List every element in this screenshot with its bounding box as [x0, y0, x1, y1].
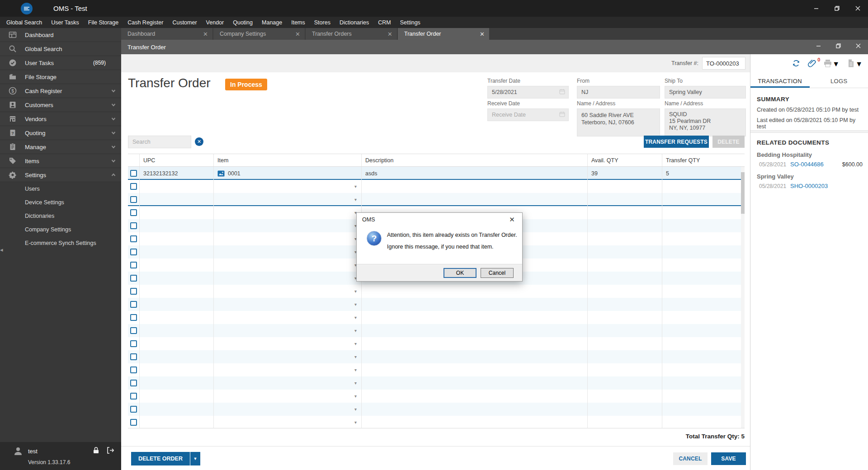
row-checkbox[interactable]: [130, 275, 137, 282]
item-cell[interactable]: ▾: [214, 363, 362, 376]
table-row-empty[interactable]: ▾: [128, 376, 745, 390]
transfer-qty-cell[interactable]: [662, 245, 745, 258]
row-checkbox[interactable]: [130, 301, 137, 308]
save-button[interactable]: SAVE: [711, 452, 746, 465]
related-doc-link[interactable]: SHO-0000203: [790, 183, 828, 189]
upc-cell[interactable]: [140, 219, 214, 232]
table-row-empty[interactable]: ▾: [128, 324, 745, 337]
sidebar-subitem-company-settings[interactable]: Company Settings: [0, 223, 121, 236]
row-checkbox[interactable]: [130, 288, 137, 295]
delete-order-dropdown-icon[interactable]: ▼: [190, 452, 200, 465]
table-row-empty[interactable]: ▾: [128, 403, 745, 416]
avail-qty-cell[interactable]: [588, 245, 662, 258]
description-cell[interactable]: [362, 416, 588, 428]
table-row-empty[interactable]: ▾: [128, 311, 745, 324]
sidebar-subitem-device-settings[interactable]: Device Settings: [0, 196, 121, 209]
receive-date-field[interactable]: Receive Date: [487, 108, 569, 121]
avail-qty-cell[interactable]: [588, 416, 662, 428]
row-checkbox[interactable]: [130, 367, 137, 373]
sidebar-collapse-icon[interactable]: ◂: [0, 246, 3, 253]
print-dropdown-icon[interactable]: ▼: [832, 60, 840, 68]
item-cell[interactable]: ▾: [214, 272, 362, 285]
row-checkbox[interactable]: [130, 170, 137, 177]
row-checkbox-cell[interactable]: [128, 180, 140, 193]
row-checkbox[interactable]: [130, 353, 137, 360]
sidebar-item-vendors[interactable]: Vendors: [0, 112, 121, 126]
item-dropdown-icon[interactable]: ▾: [354, 394, 357, 399]
sidebar-item-global-search[interactable]: Global Search: [0, 42, 121, 56]
related-doc-link[interactable]: SO-0044686: [790, 161, 824, 168]
sidebar-item-customers[interactable]: Customers: [0, 98, 121, 112]
upc-cell[interactable]: 32132132132: [140, 167, 214, 180]
upc-cell[interactable]: [140, 258, 214, 272]
row-checkbox-cell[interactable]: [128, 298, 140, 311]
tab-company-settings[interactable]: Company Settings✕: [213, 28, 305, 40]
avail-qty-cell[interactable]: 39: [588, 167, 662, 180]
ship-address-field[interactable]: SQUID 15 Pearlman DR NY, NY, 10977: [665, 108, 746, 136]
row-checkbox-cell[interactable]: [128, 285, 140, 298]
avail-qty-cell[interactable]: [588, 180, 662, 193]
upc-cell[interactable]: [140, 193, 214, 206]
upc-cell[interactable]: [140, 350, 214, 363]
row-checkbox-cell[interactable]: [128, 258, 140, 272]
tab-transfer-order[interactable]: Transfer Order✕: [398, 28, 489, 40]
transfer-qty-cell[interactable]: [662, 390, 745, 403]
transfer-qty-cell[interactable]: [662, 219, 745, 232]
print-button[interactable]: ▼: [823, 59, 840, 70]
avail-qty-cell[interactable]: [588, 232, 662, 245]
upc-cell[interactable]: [140, 376, 214, 390]
row-checkbox-cell[interactable]: [128, 350, 140, 363]
item-dropdown-icon[interactable]: ▾: [354, 407, 357, 412]
description-cell[interactable]: [362, 363, 588, 376]
item-cell[interactable]: ▾: [214, 180, 362, 193]
transfer-qty-cell[interactable]: [662, 416, 745, 428]
item-dropdown-icon[interactable]: ▾: [354, 341, 357, 346]
sidebar-item-settings[interactable]: Settings: [0, 168, 121, 182]
item-cell[interactable]: ▾: [214, 298, 362, 311]
sidebar-subitem-dictionaries[interactable]: Dictionaries: [0, 209, 121, 223]
row-checkbox[interactable]: [130, 222, 137, 229]
item-cell[interactable]: ▾: [214, 311, 362, 324]
item-cell[interactable]: ▾: [214, 337, 362, 350]
row-checkbox[interactable]: [130, 327, 137, 334]
menu-item-global-search[interactable]: Global Search: [2, 17, 47, 28]
avail-qty-cell[interactable]: [588, 403, 662, 416]
item-dropdown-icon[interactable]: ▾: [354, 315, 357, 320]
table-row-empty[interactable]: ▾: [128, 193, 745, 206]
tab-dashboard[interactable]: Dashboard✕: [121, 28, 212, 40]
item-cell[interactable]: ▾: [214, 219, 362, 232]
upc-cell[interactable]: [140, 298, 214, 311]
row-checkbox[interactable]: [130, 419, 137, 426]
item-dropdown-icon[interactable]: ▾: [354, 328, 357, 333]
sidebar-item-items[interactable]: Items: [0, 154, 121, 168]
description-cell[interactable]: [362, 403, 588, 416]
transfer-qty-cell[interactable]: [662, 285, 745, 298]
upc-cell[interactable]: [140, 232, 214, 245]
description-cell[interactable]: [362, 180, 588, 193]
logout-icon[interactable]: [106, 446, 114, 456]
item-cell[interactable]: ▾: [214, 258, 362, 272]
item-cell[interactable]: ▾: [214, 390, 362, 403]
item-cell[interactable]: ▾: [214, 376, 362, 390]
description-cell[interactable]: [362, 350, 588, 363]
description-cell[interactable]: [362, 193, 588, 206]
transfer-qty-cell[interactable]: [662, 180, 745, 193]
column-header-item[interactable]: Item: [214, 154, 362, 166]
table-row-empty[interactable]: ▾: [128, 337, 745, 350]
table-row-empty[interactable]: ▾: [128, 363, 745, 376]
upc-cell[interactable]: [140, 416, 214, 428]
row-checkbox-cell[interactable]: [128, 245, 140, 258]
row-checkbox[interactable]: [130, 249, 137, 255]
row-checkbox[interactable]: [130, 262, 137, 268]
column-header-upc[interactable]: UPC: [140, 154, 214, 166]
item-dropdown-icon[interactable]: ▾: [354, 289, 357, 294]
tab-transfer-orders[interactable]: Transfer Orders✕: [306, 28, 397, 40]
dialog-cancel-button[interactable]: Cancel: [481, 268, 514, 278]
upc-cell[interactable]: [140, 206, 214, 219]
row-checkbox-cell[interactable]: [128, 416, 140, 428]
item-cell[interactable]: ▾: [214, 416, 362, 428]
item-dropdown-icon[interactable]: ▾: [354, 302, 357, 307]
upc-cell[interactable]: [140, 403, 214, 416]
doc-minimize-button[interactable]: [808, 39, 828, 53]
table-row-empty[interactable]: ▾: [128, 390, 745, 403]
